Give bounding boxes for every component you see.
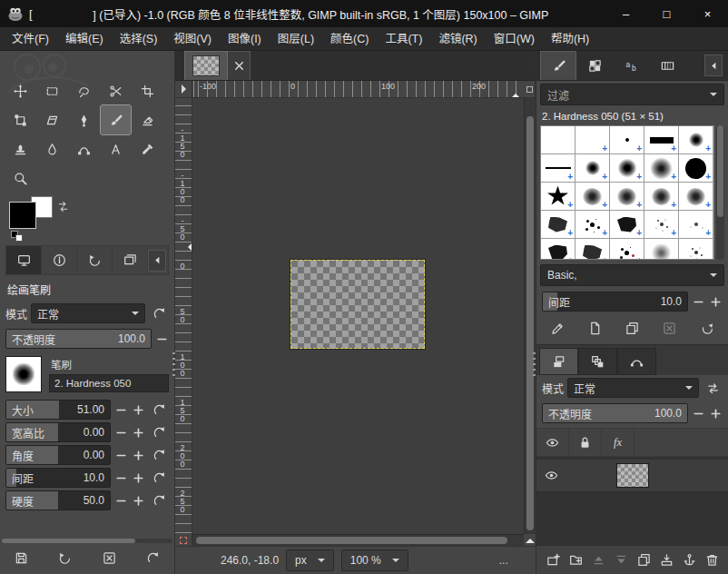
- dock-tab-fonts[interactable]: ab: [613, 51, 649, 80]
- tool-move[interactable]: [5, 76, 35, 105]
- horizontal-scrollbar[interactable]: [192, 534, 524, 546]
- tool-scissors[interactable]: [101, 76, 131, 105]
- spacing-increase-button[interactable]: [709, 292, 723, 312]
- tool-clone[interactable]: [5, 134, 35, 163]
- brush-grid-scrollbar-thumb[interactable]: [717, 125, 723, 217]
- tool-rectangle-select[interactable]: [37, 76, 67, 105]
- brush-swatch-soft-dot-small[interactable]: +: [576, 154, 610, 183]
- dock-tab-channels[interactable]: [578, 348, 617, 375]
- brush-swatch-soft-dot-large[interactable]: +: [644, 154, 679, 183]
- menu-filters[interactable]: 滤镜(R): [430, 27, 485, 51]
- spacing-decrease-button[interactable]: [692, 292, 705, 312]
- layer-duplicate-button[interactable]: [634, 550, 654, 570]
- hardness-decrease-button[interactable]: [114, 490, 128, 510]
- brush-filter-input[interactable]: 过滤: [540, 84, 724, 105]
- angle-slider[interactable]: 角度0.00: [5, 445, 111, 465]
- size-slider[interactable]: 大小51.00: [5, 400, 111, 420]
- menu-select[interactable]: 选择(S): [112, 27, 166, 51]
- size-decrease-button[interactable]: [114, 400, 128, 420]
- dock-tab-layers[interactable]: [539, 348, 578, 375]
- panel-splitter-left[interactable]: [172, 351, 176, 378]
- angle-increase-button[interactable]: [132, 445, 145, 465]
- brush-swatch-soft-dot[interactable]: +: [610, 154, 644, 183]
- tool-smudge[interactable]: [37, 134, 67, 163]
- dock-tab-info[interactable]: [42, 246, 77, 274]
- maximize-button[interactable]: □: [646, 0, 687, 27]
- quickmask-toggle[interactable]: [175, 534, 192, 546]
- ruler-corner[interactable]: [175, 81, 192, 98]
- tool-shear[interactable]: [37, 105, 67, 134]
- layer-opacity-decrease-button[interactable]: [692, 403, 705, 423]
- tool-crop[interactable]: [133, 76, 162, 105]
- vertical-scrollbar[interactable]: [524, 98, 536, 534]
- brush-swatch-chalk[interactable]: +: [541, 211, 576, 239]
- layer-opacity-increase-button[interactable]: [709, 403, 723, 423]
- dock-tab-undo-history[interactable]: [77, 246, 113, 274]
- brush-swatch-circle-solid[interactable]: +: [679, 154, 713, 183]
- spacing-reset-button[interactable]: [149, 468, 169, 488]
- spacing-decrease-button[interactable]: [114, 468, 128, 488]
- menu-help[interactable]: 帮助(H): [543, 27, 597, 51]
- brush-swatch-splatter-red[interactable]: +: [610, 239, 644, 260]
- preset-reset-button[interactable]: [143, 548, 163, 568]
- tool-eraser[interactable]: [133, 105, 162, 134]
- hardness-slider[interactable]: 硬度50.0: [5, 490, 111, 510]
- default-colors-icon[interactable]: [11, 231, 25, 242]
- canvas-image[interactable]: [290, 260, 425, 349]
- brush-name-field[interactable]: 2. Hardness 050: [49, 374, 169, 392]
- dock-tab-paintbrush[interactable]: [540, 51, 576, 80]
- menu-edit[interactable]: 编辑(E): [57, 27, 112, 51]
- spacing-slider[interactable]: 间距10.0: [5, 468, 111, 488]
- layer-anchor-button[interactable]: [679, 550, 699, 570]
- navigation-button[interactable]: [524, 534, 536, 546]
- menu-file[interactable]: 文件(F): [4, 27, 57, 51]
- foreground-color-swatch[interactable]: [9, 202, 36, 229]
- aspect-ratio-increase-button[interactable]: [132, 422, 145, 442]
- lock-effects-button[interactable]: fx: [602, 429, 635, 456]
- size-increase-button[interactable]: [132, 400, 145, 420]
- paint-mode-reset-button[interactable]: [149, 303, 169, 323]
- aspect-ratio-slider[interactable]: 宽高比0.00: [5, 422, 111, 442]
- close-image-icon[interactable]: [228, 51, 251, 80]
- brush-swatch-empty[interactable]: [541, 126, 576, 154]
- brush-swatch-texture[interactable]: +: [541, 239, 576, 260]
- brush-grid-scrollbar[interactable]: [716, 125, 724, 260]
- brush-swatch-star[interactable]: +: [541, 183, 576, 211]
- brush-new-doc-button[interactable]: [585, 318, 605, 338]
- close-button[interactable]: ×: [687, 0, 728, 27]
- brush-swatch-speckle[interactable]: [679, 239, 713, 260]
- brush-swatch-blob[interactable]: +: [610, 183, 644, 211]
- active-brush-preview[interactable]: [5, 356, 42, 392]
- brush-swatch-empty[interactable]: +: [576, 126, 610, 154]
- paint-mode-select[interactable]: 正常: [31, 303, 145, 323]
- zoom-follow-toggle[interactable]: [524, 81, 536, 98]
- hardness-increase-button[interactable]: [132, 490, 145, 510]
- brush-edit-button[interactable]: [547, 318, 567, 338]
- minimize-button[interactable]: –: [605, 0, 646, 27]
- angle-decrease-button[interactable]: [114, 445, 128, 465]
- menu-view[interactable]: 视图(V): [165, 27, 220, 51]
- tool-paintbrush[interactable]: [101, 105, 131, 134]
- tool-color-picker[interactable]: [133, 134, 162, 163]
- layer-mode-select[interactable]: 正常: [567, 378, 699, 398]
- horizontal-scrollbar-thumb[interactable]: [196, 537, 507, 544]
- size-reset-button[interactable]: [149, 400, 169, 420]
- swap-colors-icon[interactable]: [56, 200, 70, 216]
- dock-tab-monitor[interactable]: [6, 246, 42, 274]
- horizontal-ruler[interactable]: -1000100200: [192, 81, 524, 98]
- layer-new-layer-button[interactable]: [543, 550, 563, 570]
- tool-zoom[interactable]: [5, 163, 35, 193]
- menu-layer[interactable]: 图层(L): [270, 27, 322, 51]
- brush-duplicate-button[interactable]: [623, 318, 643, 338]
- dock-tab-pattern[interactable]: [576, 51, 613, 80]
- brush-delete-box-button[interactable]: [660, 318, 680, 338]
- tool-ink[interactable]: [69, 105, 99, 134]
- layer-opacity-slider[interactable]: 不透明度 100.0: [542, 403, 688, 423]
- image-tab[interactable]: [184, 51, 251, 80]
- brush-swatch-blob[interactable]: +: [679, 183, 713, 211]
- brush-swatch-dot-tiny[interactable]: +: [610, 126, 644, 154]
- brush-swatch-smoke[interactable]: [644, 239, 679, 260]
- brush-swatch-splatter[interactable]: +: [576, 211, 610, 239]
- dock-menu-button[interactable]: [704, 54, 723, 76]
- opacity-slider[interactable]: 不透明度 100.0: [5, 329, 152, 349]
